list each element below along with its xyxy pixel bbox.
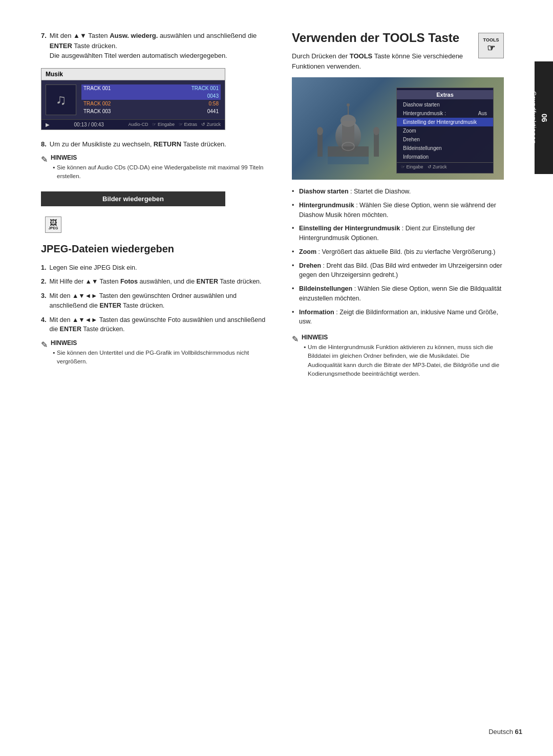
step-4-num: 4. [41, 315, 46, 335]
play-icon: ▶ [46, 122, 50, 127]
hinweis-title-2: HINWEIS [51, 339, 271, 347]
step-7-number: 7. [41, 31, 47, 61]
hinweis-section-right: ✎ HINWEIS Um die Hintergrundmusik Funkti… [292, 334, 504, 378]
hinweis-title-1: HINWEIS [51, 154, 271, 161]
jpeg-section-title: JPEG-Dateien wiedergeben [41, 243, 271, 255]
hinweis-title-right: HINWEIS [302, 334, 504, 341]
section-banner: Bilder wiedergeben [41, 191, 225, 206]
music-screen: Musik ♫ TRACK 001 TRACK 001 0043 [41, 68, 225, 130]
extras-menu-title: Extras [397, 90, 493, 99]
feature-hintergrundmusik: Hintergrundmusik : Wählen Sie diese Opti… [292, 201, 504, 220]
footer-zuruck: ↺ Zurück [428, 164, 447, 169]
left-column: 7. Mit den ▲▼ Tasten Ausw. wiederg. ausw… [41, 31, 271, 725]
hinweis-bullet-2: Sie können den Untertitel und die PG-Gra… [53, 349, 271, 366]
jpeg-step-2: 2. Mit Hilfe der ▲▼ Tasten Fotos auswähl… [41, 277, 271, 287]
step-7: 7. Mit den ▲▼ Tasten Ausw. wiederg. ausw… [41, 31, 271, 61]
tools-hand-icon: ☞ [487, 42, 495, 54]
track-row-selected: TRACK 001 TRACK 001 [81, 84, 221, 92]
extras-item-hintergrund: Hintergrundmusik :Aus [397, 109, 493, 118]
extras-menu-footer: ☞ Eingabe ↺ Zurück [397, 162, 493, 171]
hinweis-content-2: HINWEIS Sie können den Untertitel und di… [51, 339, 271, 366]
jpeg-step-1: 1. Legen Sie eine JPEG Disk ein. [41, 263, 271, 273]
step-1-text: Legen Sie eine JPEG Disk ein. [49, 263, 137, 273]
extras-item-diashow: Diashow starten [397, 100, 493, 109]
jpeg-icon: 🖼 JPEG [45, 217, 61, 233]
jpeg-step-4: 4. Mit den ▲▼◄► Tasten das gewünschte Fo… [41, 315, 271, 335]
step-8: 8. Um zu der Musikliste zu wechseln, RET… [41, 139, 271, 149]
step-8-text: Um zu der Musikliste zu wechseln, RETURN… [50, 139, 226, 149]
step-8-number: 8. [41, 139, 47, 149]
page-footer: Deutsch 61 [488, 728, 522, 736]
footer-language: Deutsch [488, 728, 513, 736]
music-screen-title: Musik [41, 69, 225, 80]
step-2-text: Mit Hilfe der ▲▼ Tasten Fotos auswählen,… [49, 277, 261, 287]
jpeg-steps: 1. Legen Sie eine JPEG Disk ein. 2. Mit … [41, 263, 271, 335]
hinweis-content-right: HINWEIS Um die Hintergrundmusik Funktion… [302, 334, 504, 378]
side-tab-number: 06 [540, 114, 549, 122]
taj-mahal-svg [297, 95, 399, 167]
music-nav: Audio-CD ☞ Eingabe ☞ Extras ↺ Zurück [128, 122, 221, 127]
extras-menu: Extras Diashow starten Hintergrundmusik … [396, 88, 494, 174]
step-1-num: 1. [41, 263, 46, 273]
feature-bildeinstellungen: Bildeinstellungen : Wählen Sie diese Opt… [292, 284, 504, 304]
audio-cd-label: Audio-CD [128, 122, 148, 127]
jpeg-icon-label: JPEG [49, 226, 58, 230]
step-3-num: 3. [41, 291, 46, 311]
eingabe-label: ☞ Eingabe [152, 122, 175, 127]
zuruck-label: ↺ Zurück [201, 122, 221, 127]
footer-eingabe: ☞ Eingabe [401, 164, 423, 169]
feature-einstelling: Einstelling der Hintergrundmusik : Dient… [292, 224, 504, 243]
playback-time: 00:13 / 00:43 [74, 122, 104, 127]
svg-rect-9 [328, 146, 369, 157]
footer-page-number: 61 [515, 728, 522, 736]
music-tracks: TRACK 001 TRACK 001 0043 TRACK 0020:58 T… [81, 84, 221, 115]
tools-description: Durch Drücken der TOOLS Taste könne Sie … [292, 51, 468, 71]
svg-rect-11 [328, 157, 369, 164]
feature-diashow: Diashow starten : Startet die Diashow. [292, 187, 504, 197]
hinweis-icon-1: ✎ [41, 155, 48, 164]
svg-point-4 [347, 103, 350, 106]
hinweis-icon-2: ✎ [41, 340, 48, 350]
track-002-row: TRACK 0020:58 [81, 100, 221, 107]
side-tab: 06 Grundfunktionen [535, 61, 553, 174]
svg-point-8 [373, 127, 379, 135]
hinweis-bullet-1: Sie können auf Audio CDs (CD-DA) eine Wi… [53, 163, 271, 181]
music-icon: ♫ [46, 84, 76, 115]
hinweis-text-1: Sie können auf Audio CDs (CD-DA) eine Wi… [51, 163, 271, 181]
extras-item-einstellung: Einstelling der Hintergrundmusik [397, 118, 493, 126]
extras-item-drehen: Drehen [397, 135, 493, 144]
track-001-label: TRACK 001 [83, 85, 111, 91]
track-003-row: TRACK 0030441 [81, 107, 221, 115]
extras-item-bildeinstellungen: Bildeinstellungen [397, 144, 493, 153]
step-3-text: Mit den ▲▼◄► Tasten den gewünschten Ordn… [49, 291, 271, 311]
feature-zoom: Zoom : Vergrößert das aktuelle Bild. (bi… [292, 247, 504, 257]
tools-icon: TOOLS ☞ [478, 33, 504, 58]
jpeg-step-3: 3. Mit den ▲▼◄► Tasten den gewünschten O… [41, 291, 271, 311]
extras-screen: Extras Diashow starten Hintergrundmusik … [292, 77, 504, 180]
step-7-text: Mit den ▲▼ Tasten Ausw. wiederg. auswähl… [50, 31, 271, 61]
music-screen-body: ♫ TRACK 001 TRACK 001 0043 TRACK 0020:58 [41, 80, 225, 119]
hinweis-section-2: ✎ HINWEIS Sie können den Untertitel und … [41, 339, 271, 366]
track-time-row: 0043 [81, 92, 221, 100]
step-2-num: 2. [41, 277, 46, 287]
feature-information: Information : Zeigt die Bildinformation … [292, 308, 504, 327]
hinweis-bullet-right: Um die Hintergrundmusik Funktion aktivie… [304, 343, 504, 378]
jpeg-icon-image: 🖼 [50, 219, 57, 226]
extras-label: ☞ Extras [179, 122, 197, 127]
feature-list: Diashow starten : Startet die Diashow. H… [292, 187, 504, 327]
music-footer: ▶ 00:13 / 00:43 Audio-CD ☞ Eingabe ☞ Ext… [41, 119, 225, 129]
hinweis-text-2: Sie können den Untertitel und die PG-Gra… [51, 349, 271, 366]
svg-point-2 [341, 115, 356, 127]
hinweis-section-1: ✎ HINWEIS Sie können auf Audio CDs (CD-D… [41, 154, 271, 181]
side-tab-text: Grundfunktionen [530, 91, 537, 144]
svg-point-6 [317, 127, 323, 135]
tools-section-title: Verwenden der TOOLS Taste [292, 31, 468, 45]
step-4-text: Mit den ▲▼◄► Tasten das gewünschte Foto … [49, 315, 271, 335]
feature-drehen: Drehen : Dreht das Bild. (Das Bild wird … [292, 261, 504, 280]
right-column: Verwenden der TOOLS Taste Durch Drücken … [292, 31, 504, 725]
hinweis-content-1: HINWEIS Sie können auf Audio CDs (CD-DA)… [51, 154, 271, 181]
extras-item-information: Information [397, 153, 493, 161]
hinweis-icon-right: ✎ [292, 334, 299, 344]
tools-icon-label: TOOLS [483, 37, 499, 42]
music-note-icon: ♫ [56, 92, 67, 108]
